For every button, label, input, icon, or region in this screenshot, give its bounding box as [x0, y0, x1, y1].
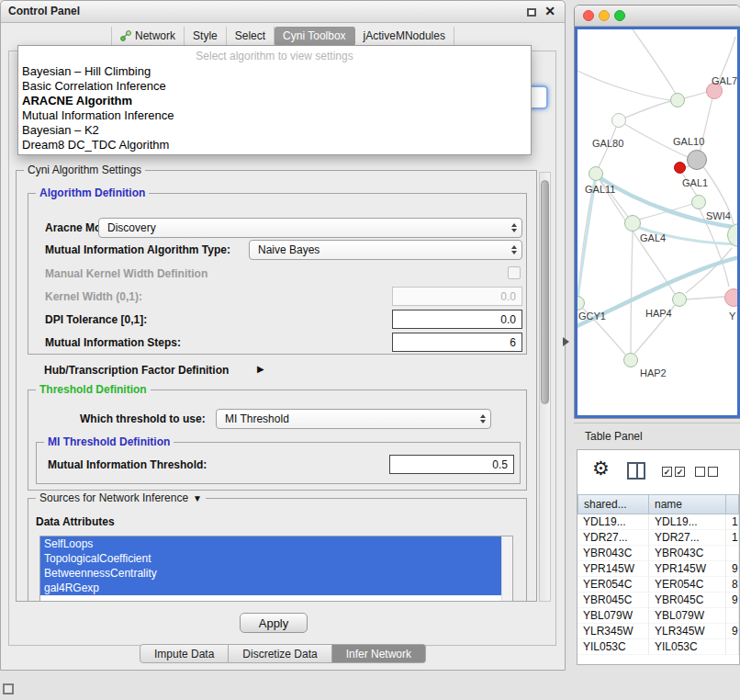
- close-icon[interactable]: ✕: [544, 4, 555, 18]
- dropdown-item[interactable]: Bayesian – Hill Climbing: [18, 64, 531, 79]
- table-cell[interactable]: YIL053C: [649, 639, 726, 655]
- mac-zoom-button[interactable]: [614, 10, 625, 21]
- mi-threshold-field[interactable]: [389, 455, 514, 474]
- tab-infer-network[interactable]: Infer Network: [332, 644, 426, 663]
- control-panel-titlebar[interactable]: Control Panel ✕: [1, 1, 565, 23]
- data-attributes-label: Data Attributes: [36, 515, 115, 528]
- mac-close-button[interactable]: [583, 10, 594, 21]
- network-canvas[interactable]: GAL7 GAL80 GAL10 GAL1 GAL11 SWI4 GAL4 GC…: [575, 27, 740, 418]
- aracne-mode-combobox[interactable]: Discovery: [98, 218, 522, 238]
- network-node-selected-red[interactable]: [674, 162, 686, 174]
- table-row: YIL053C YIL053C: [577, 639, 739, 655]
- float-window-icon[interactable]: [527, 8, 536, 17]
- table-cell[interactable]: YDL19...: [649, 514, 726, 530]
- tab-discretize-data[interactable]: Discretize Data: [229, 644, 331, 663]
- show-columns-icon[interactable]: [627, 462, 645, 480]
- dpi-tolerance-field[interactable]: [392, 310, 522, 329]
- table-cell[interactable]: [726, 608, 739, 624]
- node-label-gal11: GAL11: [585, 184, 615, 195]
- table-cell[interactable]: YDR27...: [649, 530, 726, 546]
- expand-right-icon[interactable]: ▶: [257, 364, 264, 374]
- table-cell[interactable]: YDR27...: [577, 530, 649, 546]
- mi-steps-field[interactable]: [392, 333, 522, 352]
- which-threshold-combobox[interactable]: MI Threshold: [216, 409, 491, 429]
- table-cell[interactable]: 8.: [726, 577, 739, 593]
- node-label-gal7: GAL7: [712, 75, 737, 86]
- table-cell[interactable]: YLR345W: [577, 624, 649, 639]
- table-cell[interactable]: YER054C: [577, 577, 649, 593]
- tab-network[interactable]: Network: [111, 27, 185, 46]
- network-node[interactable]: [670, 93, 685, 107]
- node-label-hap2: HAP2: [640, 367, 667, 378]
- table-cell[interactable]: YPR145W: [577, 561, 649, 577]
- table-cell[interactable]: YBL079W: [649, 608, 726, 624]
- hub-definition-label: Hub/Transcription Factor Definition: [44, 364, 229, 377]
- collapsed-panel-icon[interactable]: [3, 683, 14, 694]
- table-cell[interactable]: [726, 546, 739, 561]
- network-node-gal4[interactable]: [624, 215, 641, 231]
- table-cell[interactable]: YBR045C: [577, 593, 649, 608]
- mi-algorithm-type-label: Mutual Information Algorithm Type:: [45, 243, 230, 256]
- table-cell[interactable]: YIL053C: [577, 639, 649, 655]
- mi-algorithm-type-combobox[interactable]: Naive Bayes: [249, 240, 522, 260]
- splitter-collapse-arrow[interactable]: [563, 337, 569, 346]
- node-label-gal4: GAL4: [640, 232, 666, 243]
- dropdown-item[interactable]: Dream8 DC_TDC Algorithm: [18, 138, 531, 152]
- list-item[interactable]: gal4RGexp: [40, 581, 501, 595]
- list-item[interactable]: BetweennessCentrality: [40, 566, 501, 581]
- select-all-columns-icon[interactable]: ✓ ✓: [662, 467, 685, 477]
- dropdown-item[interactable]: Bayesian – K2: [18, 123, 531, 138]
- column-header-shared-name[interactable]: shared...: [577, 494, 649, 514]
- apply-button[interactable]: Apply: [240, 613, 308, 633]
- network-node-gal10[interactable]: [687, 150, 707, 170]
- tab-impute-data[interactable]: Impute Data: [140, 644, 229, 663]
- table-cell[interactable]: YPR145W: [649, 561, 726, 577]
- threshold-definition-group: Threshold Definition Which threshold to …: [28, 390, 527, 491]
- network-node-gal80[interactable]: [611, 113, 626, 128]
- combobox-value: Discovery: [99, 221, 507, 234]
- sources-group: Sources for Network Inference ▼ Data Att…: [28, 498, 527, 602]
- network-node-gcy1[interactable]: [575, 296, 585, 310]
- dropdown-item-selected[interactable]: ARACNE Algorithm: [18, 94, 531, 108]
- table-cell[interactable]: [726, 639, 739, 655]
- network-window-titlebar[interactable]: [575, 6, 740, 27]
- deselect-all-columns-icon[interactable]: [695, 467, 718, 477]
- tab-cyni-toolbox[interactable]: Cyni Toolbox: [275, 27, 354, 46]
- network-node-swi4[interactable]: [727, 223, 740, 247]
- scrollbar-thumb[interactable]: [541, 180, 549, 404]
- tab-select[interactable]: Select: [227, 27, 275, 46]
- table-cell[interactable]: 9.: [726, 624, 739, 639]
- column-header-partial[interactable]: [726, 494, 739, 514]
- list-scrollbar[interactable]: [501, 536, 512, 601]
- tab-jactivemodules[interactable]: jActiveMNodules: [355, 27, 454, 46]
- dropdown-item[interactable]: Mutual Information Inference: [18, 108, 531, 123]
- table-cell[interactable]: YDL19...: [577, 514, 649, 530]
- network-node-hap4[interactable]: [672, 292, 687, 307]
- list-item[interactable]: TopologicalCoefficient: [40, 551, 501, 566]
- column-header-name[interactable]: name: [649, 494, 726, 514]
- table-cell[interactable]: YLR345W: [649, 624, 726, 639]
- mac-minimize-button[interactable]: [599, 10, 610, 21]
- network-node-gal1[interactable]: [691, 195, 706, 209]
- group-title: Algorithm Definition: [36, 186, 149, 199]
- network-node-gal11[interactable]: [589, 166, 603, 181]
- list-item[interactable]: SelfLoops: [40, 536, 501, 551]
- collapse-down-icon[interactable]: ▼: [193, 493, 202, 503]
- table-cell[interactable]: 9.: [726, 561, 739, 577]
- table-cell[interactable]: 12: [726, 530, 739, 546]
- table-cell[interactable]: YBR043C: [649, 546, 726, 561]
- table-row: YDR27... YDR27... 12: [577, 530, 739, 546]
- network-node-hap2[interactable]: [623, 353, 638, 367]
- network-node[interactable]: [724, 288, 740, 307]
- table-cell[interactable]: YER054C: [649, 577, 726, 593]
- table-cell[interactable]: YBR043C: [577, 546, 649, 561]
- table-cell[interactable]: YBL079W: [577, 608, 649, 624]
- gear-icon[interactable]: ⚙: [592, 457, 610, 480]
- table-cell[interactable]: 13: [726, 514, 739, 530]
- table-row: YDL19... YDL19... 13: [577, 514, 739, 530]
- tab-style[interactable]: Style: [185, 27, 227, 46]
- settings-scrollbar[interactable]: [539, 172, 551, 602]
- dropdown-item[interactable]: Basic Correlation Inference: [18, 79, 531, 94]
- table-cell[interactable]: YBR045C: [649, 593, 726, 608]
- table-cell[interactable]: 9.: [726, 593, 739, 608]
